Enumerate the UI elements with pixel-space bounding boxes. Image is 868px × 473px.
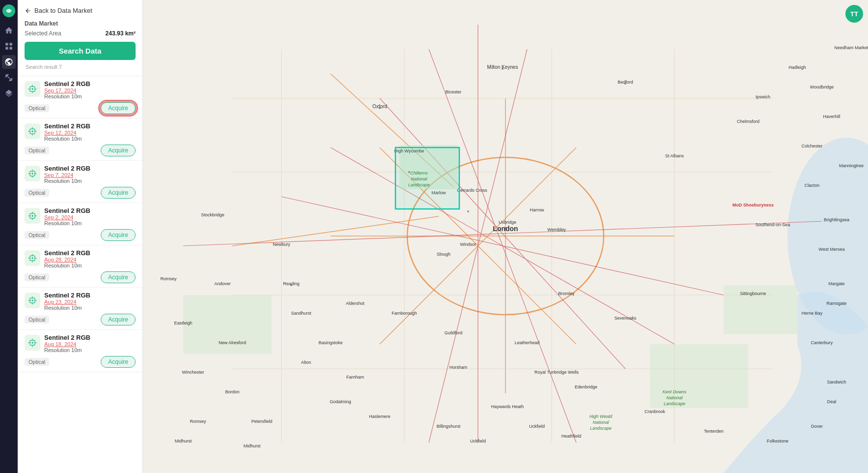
- result-info: Sentinel 2 RGB Sep 7, 2024 Resolution 10…: [44, 165, 136, 184]
- svg-point-24: [31, 215, 33, 216]
- svg-text:Colchester: Colchester: [801, 144, 822, 148]
- svg-text:Godalming: Godalming: [330, 399, 351, 404]
- acquire-button[interactable]: Acquire: [101, 145, 136, 156]
- satellite-icon: [25, 81, 40, 97]
- acquire-button[interactable]: Acquire: [101, 356, 136, 368]
- result-item-top: Sentinel 2 RGB Aug 28, 2024 Resolution 1…: [25, 249, 136, 268]
- svg-text:Billingshurst: Billingshurst: [437, 424, 461, 429]
- search-data-button[interactable]: Search Data: [25, 42, 136, 60]
- svg-point-152: [502, 68, 504, 70]
- svg-text:National: National: [592, 420, 609, 425]
- user-avatar[interactable]: TT: [845, 5, 863, 23]
- selected-area-label: Selected Area: [25, 30, 61, 37]
- svg-text:National: National: [666, 395, 683, 400]
- map-container[interactable]: London Oxford Milton Keynes Bedford St A…: [143, 0, 868, 473]
- result-actions: Optical Acquire: [25, 187, 136, 199]
- result-resolution: Resolution 10m: [44, 305, 136, 311]
- svg-text:Needham Market: Needham Market: [834, 45, 868, 50]
- svg-point-30: [31, 257, 33, 259]
- svg-text:Manningtree: Manningtree: [839, 163, 864, 168]
- result-resolution: Resolution 10m: [44, 136, 136, 142]
- svg-text:Midhurst: Midhurst: [175, 439, 192, 443]
- result-item-top: Sentinel 2 RGB Aug 18, 2024 Resolution 1…: [25, 334, 136, 353]
- panel-header: Back to Data Market Data Market Selected…: [18, 0, 142, 76]
- svg-text:Chelmsford: Chelmsford: [737, 119, 759, 124]
- result-info: Sentinel 2 RGB Aug 28, 2024 Resolution 1…: [44, 249, 136, 268]
- svg-point-6: [31, 88, 33, 89]
- nav-globe-icon[interactable]: [2, 55, 16, 69]
- result-resolution: Resolution 10m: [44, 347, 136, 353]
- acquire-button[interactable]: Acquire: [101, 187, 136, 199]
- data-market-label: Data Market: [25, 20, 136, 27]
- acquire-button[interactable]: Acquire: [101, 102, 136, 114]
- svg-text:Ramsgate: Ramsgate: [826, 301, 846, 306]
- svg-text:Stockbridge: Stockbridge: [201, 212, 224, 217]
- svg-text:MoD Shoeburyness: MoD Shoeburyness: [732, 203, 774, 207]
- nav-package-icon[interactable]: [2, 71, 16, 85]
- svg-text:Gerrards Cross: Gerrards Cross: [457, 188, 487, 193]
- back-button[interactable]: Back to Data Market: [25, 5, 92, 16]
- result-item-top: Sentinel 2 RGB Sep 7, 2024 Resolution 10…: [25, 165, 136, 184]
- acquire-button[interactable]: Acquire: [101, 314, 136, 325]
- acquire-button[interactable]: Acquire: [101, 271, 136, 283]
- svg-text:Sevenoaks: Sevenoaks: [615, 316, 637, 321]
- map-svg: London Oxford Milton Keynes Bedford St A…: [143, 0, 868, 473]
- svg-text:Sittingbourne: Sittingbourne: [740, 291, 766, 296]
- result-info: Sentinel 2 RGB Sep 17, 2024 Resolution 1…: [44, 80, 136, 99]
- result-name: Sentinel 2 RGB: [44, 80, 136, 88]
- optical-tag: Optical: [25, 358, 49, 366]
- svg-text:Tenterden: Tenterden: [704, 429, 724, 434]
- data-panel: Back to Data Market Data Market Selected…: [18, 0, 143, 473]
- nav-home-icon[interactable]: [2, 24, 16, 37]
- svg-text:Haywards Heath: Haywards Heath: [491, 404, 524, 409]
- svg-text:Haslemere: Haslemere: [369, 414, 391, 419]
- result-name: Sentinel 2 RGB: [44, 249, 136, 257]
- svg-text:Farnham: Farnham: [346, 375, 364, 380]
- svg-rect-158: [395, 148, 459, 209]
- svg-text:Slough: Slough: [437, 252, 450, 257]
- result-name: Sentinel 2 RGB: [44, 165, 136, 172]
- result-name: Sentinel 2 RGB: [44, 334, 136, 341]
- svg-text:Midhurst: Midhurst: [244, 443, 261, 448]
- svg-text:Hadleigh: Hadleigh: [788, 65, 806, 70]
- satellite-icon: [25, 208, 40, 224]
- satellite-icon: [25, 293, 40, 308]
- svg-text:Landscape: Landscape: [590, 426, 612, 431]
- svg-text:Winchester: Winchester: [182, 370, 204, 375]
- nav-layers-icon[interactable]: [2, 87, 16, 100]
- svg-text:Bromley: Bromley: [558, 291, 575, 296]
- result-info: Sentinel 2 RGB Sep 12, 2024 Resolution 1…: [44, 122, 136, 142]
- result-item-top: Sentinel 2 RGB Sep 17, 2024 Resolution 1…: [25, 80, 136, 99]
- svg-text:Heathfield: Heathfield: [561, 434, 582, 439]
- svg-text:Sandwich: Sandwich: [827, 380, 846, 384]
- svg-text:Dover: Dover: [811, 424, 823, 429]
- svg-text:Southend-on-Sea: Southend-on-Sea: [756, 222, 790, 227]
- results-list: Sentinel 2 RGB Sep 17, 2024 Resolution 1…: [18, 76, 142, 473]
- optical-tag: Optical: [25, 231, 49, 239]
- svg-text:New Alresford: New Alresford: [219, 340, 246, 345]
- svg-text:St Albans: St Albans: [665, 153, 684, 158]
- result-date: Aug 18, 2024: [44, 341, 136, 347]
- svg-text:Romsey: Romsey: [190, 419, 206, 424]
- svg-text:West Mersea: West Mersea: [819, 247, 845, 252]
- result-name: Sentinel 2 RGB: [44, 292, 136, 299]
- satellite-icon: [25, 123, 40, 139]
- svg-text:Brightlingsea: Brightlingsea: [824, 217, 849, 222]
- result-info: Sentinel 2 RGB Sep 2, 2024 Resolution 10…: [44, 207, 136, 226]
- acquire-button[interactable]: Acquire: [101, 229, 136, 241]
- result-date: Sep 2, 2024: [44, 214, 136, 220]
- svg-text:Haverhill: Haverhill: [823, 114, 840, 119]
- svg-text:Alton: Alton: [301, 360, 311, 365]
- result-item-top: Sentinel 2 RGB Aug 23, 2024 Resolution 1…: [25, 292, 136, 311]
- satellite-icon: [25, 166, 40, 181]
- result-item-top: Sentinel 2 RGB Sep 2, 2024 Resolution 10…: [25, 207, 136, 226]
- svg-text:Andover: Andover: [214, 281, 231, 286]
- svg-text:Edenbridge: Edenbridge: [575, 384, 597, 389]
- result-item: Sentinel 2 RGB Sep 12, 2024 Resolution 1…: [18, 118, 142, 161]
- svg-point-42: [31, 342, 33, 343]
- optical-tag: Optical: [25, 104, 49, 112]
- nav-grid-icon[interactable]: [2, 39, 16, 53]
- app-logo[interactable]: [2, 4, 16, 18]
- svg-text:Windsor: Windsor: [460, 242, 476, 247]
- result-info: Sentinel 2 RGB Aug 18, 2024 Resolution 1…: [44, 334, 136, 353]
